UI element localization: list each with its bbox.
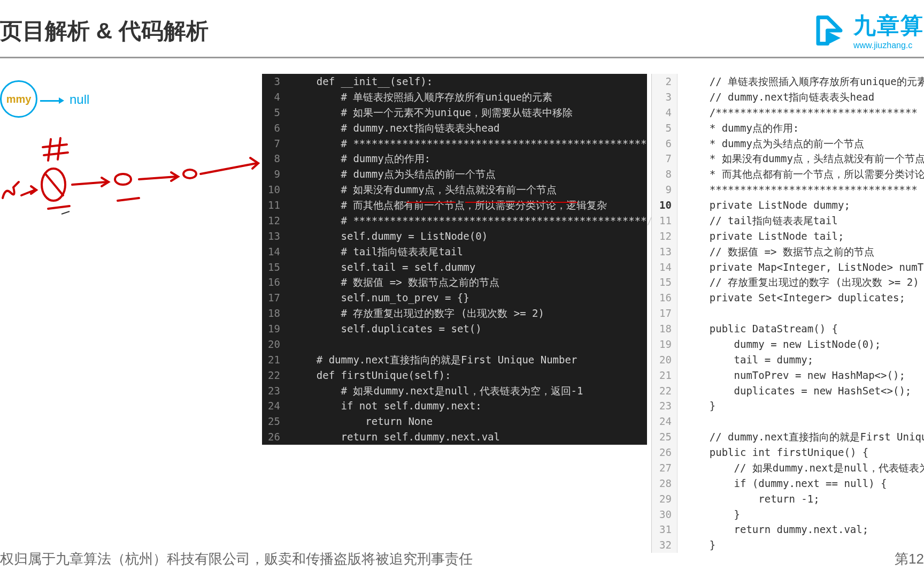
code-line: 4 # 单链表按照插入顺序存放所有unique的元素 [262, 89, 647, 105]
code-line: 15 // 存放重复出现过的数字 (出现次数 >= 2) [652, 275, 924, 290]
code-line: 18 public DataStream() { [652, 321, 924, 337]
line-number: 17 [262, 290, 290, 306]
code-line: 19 self.duplicates = set() [262, 321, 647, 337]
code-text: # dummy.next指向链表表头head [290, 120, 500, 136]
code-text: * 如果没有dummy点，头结点就没有前一个节点 [677, 151, 924, 166]
code-text: private ListNode tail; [677, 229, 844, 244]
code-line: 11 // tail指向链表表尾tail [652, 213, 924, 229]
java-code-pane: 2 // 单链表按照插入顺序存放所有unique的元素3 // dummy.ne… [651, 74, 924, 553]
code-line: 13 // 数据值 => 数据节点之前的节点 [652, 244, 924, 260]
code-line: 19 dummy = new ListNode(0); [652, 337, 924, 352]
code-text: private Map<Integer, ListNode> numToP [677, 260, 924, 275]
code-text: # 数据值 => 数据节点之前的节点 [290, 275, 499, 290]
line-number: 11 [262, 197, 290, 213]
code-text [290, 337, 292, 352]
line-number: 25 [652, 429, 677, 445]
code-text: // 单链表按照插入顺序存放所有unique的元素 [677, 74, 924, 89]
code-text: // tail指向链表表尾tail [677, 213, 838, 229]
code-text: public DataStream() { [677, 321, 838, 337]
code-line: 21 numToPrev = new HashMap<>(); [652, 368, 924, 383]
code-line: 32 } [652, 537, 924, 553]
line-number: 25 [262, 414, 290, 429]
code-text: * dummy点为头结点的前一个节点 [677, 136, 864, 151]
code-text: self.tail = self.dummy [290, 260, 475, 275]
line-number: 24 [652, 414, 677, 429]
python-code-pane: 3 def __init__(self):4 # 单链表按照插入顺序存放所有un… [262, 74, 647, 445]
line-number: 17 [652, 306, 677, 321]
code-line: 21 # dummy.next直接指向的就是First Unique Numbe… [262, 352, 647, 368]
code-line: 20 tail = dummy; [652, 352, 924, 368]
code-text: if (dummy.next == null) { [677, 476, 887, 491]
code-line: 7 * 如果没有dummy点，头结点就没有前一个节点 [652, 151, 924, 166]
line-number: 19 [652, 337, 677, 352]
code-line: 9 # dummy点为头结点的前一个节点 [262, 166, 647, 182]
code-line: 24 [652, 414, 924, 429]
handwritten-sketch [0, 134, 267, 241]
line-number: 31 [652, 522, 677, 537]
code-text: self.num_to_prev = {} [290, 290, 469, 306]
code-text: if not self.dummy.next: [290, 398, 482, 414]
code-line: 24 if not self.dummy.next: [262, 398, 647, 414]
line-number: 14 [652, 260, 677, 275]
line-number: 18 [652, 321, 677, 337]
code-line: 11 # 而其他点都有前一个节点，所以需要分类讨论，逻辑复杂 [262, 197, 647, 213]
code-text: # **************************************… [290, 136, 646, 151]
code-line: 6 * dummy点为头结点的前一个节点 [652, 136, 924, 151]
line-number: 9 [652, 182, 677, 197]
line-number: 22 [652, 383, 677, 399]
svg-point-2 [183, 170, 196, 178]
code-line: 14 # tail指向链表表尾tail [262, 244, 647, 260]
code-text: // dummy.next直接指向的就是First Unique [677, 429, 924, 445]
code-text: # 单链表按照插入顺序存放所有unique的元素 [290, 89, 552, 105]
code-text: /********************************* [677, 105, 918, 120]
line-number: 3 [262, 74, 290, 89]
code-text: # dummy.next直接指向的就是First Unique Number [290, 352, 577, 368]
line-number: 10 [652, 197, 677, 213]
code-line: 26 return self.dummy.next.val [262, 429, 647, 445]
code-line: 16 # 数据值 => 数据节点之前的节点 [262, 275, 647, 290]
code-line: 6 # dummy.next指向链表表头head [262, 120, 647, 136]
code-text: // 存放重复出现过的数字 (出现次数 >= 2) [677, 275, 919, 290]
line-number: 15 [652, 275, 677, 290]
code-text: } [677, 537, 715, 553]
code-text: private Set<Integer> duplicates; [677, 290, 905, 306]
code-line: 22 duplicates = new HashSet<>(); [652, 383, 924, 399]
page-title: 页目解析 & 代码解析 [0, 16, 924, 46]
copyright-text: 权归属于九章算法（杭州）科技有限公司，贩卖和传播盗版将被追究刑事责任 [0, 550, 473, 568]
code-text: } [677, 507, 740, 522]
line-number: 28 [652, 476, 677, 491]
code-text: # dummy点为头结点的前一个节点 [290, 166, 496, 182]
code-line: 29 return -1; [652, 491, 924, 507]
code-text: ********************************** [677, 182, 918, 197]
code-line: 23 # 如果dummy.next是null，代表链表为空，返回-1 [262, 383, 647, 399]
line-number: 2 [652, 74, 677, 89]
null-label: null [70, 92, 89, 107]
logo: 九章算 www.jiuzhang.c [811, 11, 924, 50]
code-line: 31 return dummy.next.val; [652, 522, 924, 537]
line-number: 13 [652, 244, 677, 260]
code-line: 23 } [652, 398, 924, 414]
code-line: 22 def firstUnique(self): [262, 368, 647, 383]
code-text: # 存放重复出现过的数字 (出现次数 >= 2) [290, 306, 544, 321]
line-number: 16 [652, 290, 677, 306]
code-line: 8 # dummy点的作用: [262, 151, 647, 166]
code-line: 13 self.dummy = ListNode(0) [262, 229, 647, 244]
code-line: 16 private Set<Integer> duplicates; [652, 290, 924, 306]
code-text: // 数据值 => 数据节点之前的节点 [677, 244, 874, 260]
line-number: 22 [262, 368, 290, 383]
code-text: # 如果dummy.next是null，代表链表为空，返回-1 [290, 383, 583, 399]
line-number: 11 [652, 213, 677, 229]
line-number: 15 [262, 260, 290, 275]
code-line: 15 self.tail = self.dummy [262, 260, 647, 275]
code-text: // 如果dummy.next是null，代表链表为空 [677, 460, 924, 476]
code-text: return dummy.next.val; [677, 522, 868, 537]
code-line: 20 [262, 337, 647, 352]
code-text: def __init__(self): [290, 74, 433, 89]
code-text: } [677, 398, 715, 414]
line-number: 18 [262, 306, 290, 321]
code-line: 5 # 如果一个元素不为unique，则需要从链表中移除 [262, 105, 647, 120]
line-number: 9 [262, 166, 290, 182]
line-number: 12 [652, 229, 677, 244]
svg-point-1 [115, 174, 131, 185]
line-number: 26 [652, 445, 677, 460]
